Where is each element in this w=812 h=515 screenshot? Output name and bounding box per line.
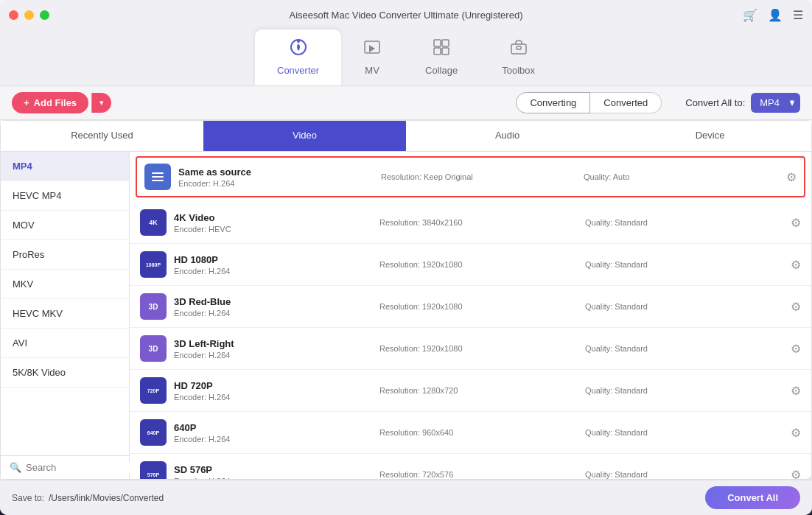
format-list-item-mov[interactable]: MOV	[1, 211, 129, 240]
add-files-label: Add Files	[34, 97, 77, 108]
tab-converter[interactable]: Converter	[255, 29, 341, 85]
format-option-3d-red-blue[interactable]: 3D 3D Red-Blue Encoder: H.264 Resolution…	[130, 286, 811, 328]
3d-red-blue-details: 3D Red-Blue Encoder: H.264	[174, 296, 372, 318]
4k-details: 4K Video Encoder: HEVC	[174, 212, 372, 234]
format-search: 🔍	[1, 455, 129, 479]
640p-icon: 640P	[140, 419, 167, 446]
format-option-3d-left-right[interactable]: 3D 3D Left-Right Encoder: H.264 Resoluti…	[130, 328, 811, 370]
format-option-576p[interactable]: 576P SD 576P Encoder: H.264 Resolution: …	[130, 454, 811, 479]
gear-icon-3d-left-right[interactable]: ⚙	[791, 342, 801, 356]
converter-icon	[290, 38, 307, 60]
format-list-item-mkv[interactable]: MKV	[1, 270, 129, 299]
same-as-source-details: Same as source Encoder: H.264	[178, 167, 374, 188]
cart-icon[interactable]: 🛒	[743, 8, 757, 22]
tab-audio[interactable]: Audio	[406, 121, 609, 151]
4k-icon: 4K	[140, 209, 167, 236]
format-picker: Recently Used Video Audio Device MP4	[0, 120, 812, 480]
maximize-button[interactable]	[40, 10, 49, 20]
format-option-720p[interactable]: 720P HD 720P Encoder: H.264 Resolution: …	[130, 370, 811, 412]
gear-icon-same-as-source[interactable]: ⚙	[786, 170, 797, 184]
gear-icon-1080p[interactable]: ⚙	[791, 258, 801, 272]
format-selected-value: MP4	[760, 97, 780, 108]
tab-mv[interactable]: MV	[341, 29, 403, 85]
1080p-details: HD 1080P Encoder: H.264	[174, 254, 372, 276]
toolbar: + Add Files ▾ Converting Converted Conve…	[0, 86, 812, 120]
gear-icon-576p[interactable]: ⚙	[791, 468, 801, 480]
svg-point-1	[297, 40, 300, 43]
format-list-item-mp4[interactable]: MP4	[1, 152, 129, 181]
window-title: Aiseesoft Mac Video Converter Ultimate (…	[290, 10, 523, 21]
format-list-item-5k8k[interactable]: 5K/8K Video	[1, 358, 129, 388]
converting-tabs: Converting Converted	[516, 92, 662, 113]
collage-icon	[433, 38, 450, 60]
minimize-button[interactable]	[24, 10, 34, 20]
format-list-container: MP4 HEVC MP4 MOV ProRes MKV HEVC MKV AVI…	[1, 152, 130, 479]
format-options: Same as source Encoder: H.264 Resolution…	[130, 152, 811, 479]
tab-recently-used[interactable]: Recently Used	[1, 121, 203, 151]
add-files-caret-button[interactable]: ▾	[91, 93, 111, 113]
3d-red-blue-icon: 3D	[140, 293, 167, 320]
640p-details: 640P Encoder: H.264	[174, 422, 372, 444]
converted-tab[interactable]: Converted	[590, 92, 662, 113]
tab-device[interactable]: Device	[609, 121, 811, 151]
svg-rect-3	[434, 40, 441, 46]
format-list: MP4 HEVC MP4 MOV ProRes MKV HEVC MKV AVI…	[1, 152, 130, 455]
mv-icon	[363, 38, 381, 60]
titlebar-actions: 🛒 👤 ☰	[743, 8, 803, 22]
format-option-1080p[interactable]: 1080P HD 1080P Encoder: H.264 Resolution…	[130, 244, 811, 286]
search-icon: 🔍	[10, 462, 21, 473]
save-to-label: Save to:	[12, 493, 44, 503]
convert-all-button[interactable]: Convert All	[705, 486, 800, 509]
convert-all-section: Convert All to: MP4 ▾	[685, 93, 800, 113]
1080p-icon: 1080P	[140, 251, 167, 278]
convert-all-label: Convert All to:	[685, 97, 745, 108]
svg-rect-8	[517, 46, 521, 49]
gear-icon-720p[interactable]: ⚙	[791, 384, 801, 398]
main-content: Source FLV · 19... ✦ Recently Used Video…	[0, 120, 812, 480]
3d-left-right-details: 3D Left-Right Encoder: H.264	[174, 338, 372, 360]
tab-converter-label: Converter	[277, 65, 319, 76]
3d-left-right-icon: 3D	[140, 335, 167, 362]
576p-icon: 576P	[140, 461, 167, 479]
svg-rect-11	[152, 180, 164, 181]
svg-rect-5	[434, 48, 441, 55]
svg-rect-10	[152, 176, 164, 178]
format-option-640p[interactable]: 640P 640P Encoder: H.264 Resolution: 960…	[130, 412, 811, 454]
format-caret-icon: ▾	[790, 97, 794, 107]
svg-rect-4	[442, 40, 449, 46]
format-option-4k[interactable]: 4K 4K Video Encoder: HEVC Resolution: 38…	[130, 202, 811, 244]
converting-tab[interactable]: Converting	[516, 92, 590, 113]
save-to-section: Save to: /Users/link/Movies/Converted	[12, 493, 164, 503]
tab-toolbox[interactable]: Toolbox	[480, 29, 557, 85]
gear-icon-640p[interactable]: ⚙	[791, 426, 801, 440]
bottom-bar: Save to: /Users/link/Movies/Converted Co…	[0, 480, 812, 515]
titlebar: Aiseesoft Mac Video Converter Ultimate (…	[0, 0, 812, 29]
menu-icon[interactable]: ☰	[793, 8, 803, 22]
720p-icon: 720P	[140, 377, 167, 404]
gear-icon-3d-red-blue[interactable]: ⚙	[791, 300, 801, 314]
close-button[interactable]	[9, 10, 18, 20]
plus-icon: +	[24, 97, 29, 108]
tab-video[interactable]: Video	[203, 121, 406, 151]
svg-rect-9	[152, 172, 164, 174]
format-list-item-hevc-mp4[interactable]: HEVC MP4	[1, 181, 129, 211]
tab-collage[interactable]: Collage	[403, 29, 480, 85]
tab-collage-label: Collage	[425, 65, 458, 76]
toolbox-icon	[510, 38, 528, 60]
format-list-item-hevc-mkv[interactable]: HEVC MKV	[1, 299, 129, 329]
format-list-item-avi[interactable]: AVI	[1, 329, 129, 358]
format-option-same-as-source[interactable]: Same as source Encoder: H.264 Resolution…	[136, 156, 805, 197]
format-picker-body: MP4 HEVC MP4 MOV ProRes MKV HEVC MKV AVI…	[1, 152, 811, 479]
tab-toolbox-label: Toolbox	[502, 65, 535, 76]
tab-mv-label: MV	[365, 65, 379, 76]
720p-details: HD 720P Encoder: H.264	[174, 380, 372, 402]
format-list-item-prores[interactable]: ProRes	[1, 240, 129, 270]
titlebar-buttons	[9, 10, 49, 20]
format-select-wrapper[interactable]: MP4 ▾	[751, 93, 800, 113]
format-picker-tabs: Recently Used Video Audio Device	[1, 121, 811, 152]
add-files-button[interactable]: + Add Files	[12, 92, 88, 113]
576p-details: SD 576P Encoder: H.264	[174, 464, 372, 480]
user-icon[interactable]: 👤	[768, 8, 783, 22]
same-as-source-icon	[144, 164, 171, 190]
gear-icon-4k[interactable]: ⚙	[791, 216, 801, 230]
